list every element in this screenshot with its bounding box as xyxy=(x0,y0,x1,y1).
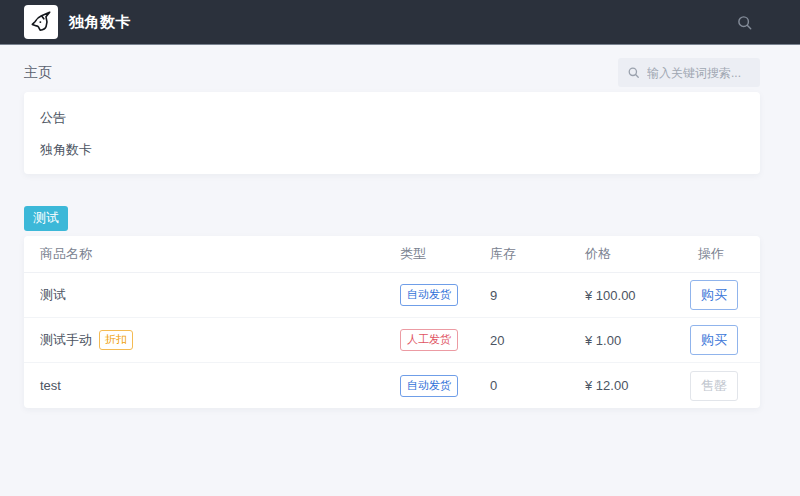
product-name: 测试手动 折扣 xyxy=(40,330,400,350)
navbar-search-icon[interactable] xyxy=(736,14,753,31)
table-header-row: 商品名称 类型 库存 价格 操作 xyxy=(24,236,760,273)
buy-button[interactable]: 购买 xyxy=(690,280,738,310)
announcement-title: 公告 xyxy=(40,109,744,127)
product-action-cell: 售罄 xyxy=(690,371,744,401)
brand-title: 独角数卡 xyxy=(69,13,131,32)
type-badge-auto: 自动发货 xyxy=(400,284,458,306)
table-row: test 自动发货 0 ¥ 12.00 售罄 xyxy=(24,363,760,408)
product-type-cell: 自动发货 xyxy=(400,375,490,397)
col-header-price: 价格 xyxy=(585,245,690,263)
col-header-name: 商品名称 xyxy=(40,245,400,263)
buy-button[interactable]: 购买 xyxy=(690,325,738,355)
unicorn-logo-icon xyxy=(24,5,58,39)
page-container: 主页 公告 独角数卡 测试 商品名称 类型 库存 价格 操作 测试 xyxy=(0,45,800,408)
table-row: 测试手动 折扣 人工发货 20 ¥ 1.00 购买 xyxy=(24,318,760,363)
col-header-stock: 库存 xyxy=(490,245,585,263)
table-row: 测试 自动发货 9 ¥ 100.00 购买 xyxy=(24,273,760,318)
page-title: 主页 xyxy=(24,64,52,82)
product-name-text: 测试 xyxy=(40,286,66,304)
col-header-type: 类型 xyxy=(400,245,490,263)
product-name-text: test xyxy=(40,378,61,393)
keyword-search-input[interactable] xyxy=(647,66,751,80)
discount-tag: 折扣 xyxy=(99,330,133,350)
keyword-search-box xyxy=(618,58,760,87)
soldout-button: 售罄 xyxy=(690,371,738,401)
product-type-cell: 人工发货 xyxy=(400,329,490,351)
product-stock: 20 xyxy=(490,333,585,348)
product-name: test xyxy=(40,378,400,393)
product-action-cell: 购买 xyxy=(690,280,744,310)
search-icon xyxy=(627,66,640,79)
product-name: 测试 xyxy=(40,286,400,304)
col-header-action: 操作 xyxy=(690,245,744,263)
product-price: ¥ 12.00 xyxy=(585,378,690,393)
top-navbar: 独角数卡 xyxy=(0,0,800,45)
page-header: 主页 xyxy=(24,58,760,87)
type-badge-manual: 人工发货 xyxy=(400,329,458,351)
product-type-cell: 自动发货 xyxy=(400,284,490,306)
announcement-content: 独角数卡 xyxy=(40,141,744,159)
product-action-cell: 购买 xyxy=(690,325,744,355)
product-stock: 9 xyxy=(490,288,585,303)
product-price: ¥ 100.00 xyxy=(585,288,690,303)
product-name-text: 测试手动 xyxy=(40,331,92,349)
category-badge: 测试 xyxy=(24,206,68,231)
product-stock: 0 xyxy=(490,378,585,393)
products-table-card: 商品名称 类型 库存 价格 操作 测试 自动发货 9 ¥ 100.00 购买 测… xyxy=(24,236,760,408)
announcement-card: 公告 独角数卡 xyxy=(24,92,760,174)
type-badge-auto: 自动发货 xyxy=(400,375,458,397)
product-price: ¥ 1.00 xyxy=(585,333,690,348)
brand-link[interactable]: 独角数卡 xyxy=(24,5,131,39)
